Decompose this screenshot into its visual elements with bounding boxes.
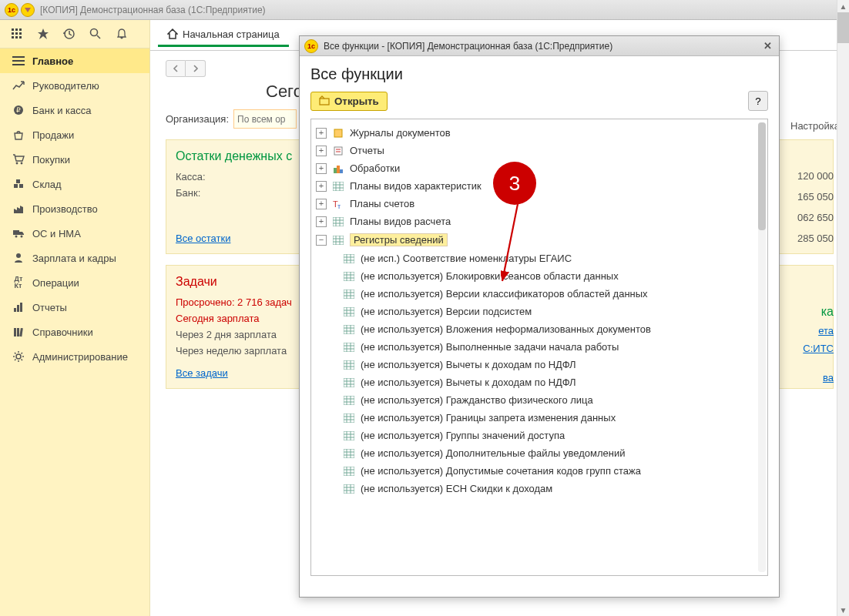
sidebar-item-label: Главное bbox=[32, 55, 73, 67]
tree-subitem[interactable]: (не используется) Версии подсистем bbox=[311, 303, 757, 320]
tree-subitem[interactable]: (не используется) Границы запрета измене… bbox=[311, 409, 757, 427]
svg-rect-111 bbox=[344, 413, 354, 423]
tree-subitem[interactable]: (не используется) Группы значений доступ… bbox=[311, 427, 757, 444]
dtk-icon: ДтКт bbox=[11, 276, 26, 289]
bars-icon bbox=[11, 301, 26, 313]
sidebar-item-bank[interactable]: ₽Банк и касса bbox=[0, 98, 149, 122]
collapse-icon[interactable]: − bbox=[316, 235, 327, 246]
expand-icon[interactable]: + bbox=[316, 146, 327, 156]
sidebar-item-sales[interactable]: Продажи bbox=[0, 122, 149, 147]
search-icon[interactable] bbox=[89, 28, 102, 40]
svg-rect-7 bbox=[15, 36, 18, 38]
settings-link[interactable]: Настройка bbox=[790, 120, 840, 132]
grid-icon bbox=[342, 289, 356, 300]
tree-item-label: (не используется) Гражданство физическог… bbox=[361, 394, 593, 406]
tree-subitem[interactable]: (не используется) Вычеты к доходам по НД… bbox=[311, 373, 757, 391]
expand-icon[interactable]: + bbox=[316, 181, 327, 192]
app-dropdown-icon[interactable] bbox=[21, 3, 35, 17]
tree-item[interactable]: +Планы видов расчета bbox=[311, 213, 757, 230]
dialog-1c-icon: 1c bbox=[304, 39, 318, 53]
function-tree: +Журналы документов+Отчеты+Обработки+Пла… bbox=[311, 124, 767, 497]
all-functions-dialog: 1c Все функции - [КОПИЯ] Демонстрационна… bbox=[299, 35, 780, 598]
svg-text:т: т bbox=[337, 203, 341, 209]
sidebar-item-operations[interactable]: ДтКтОперации bbox=[0, 270, 149, 295]
tree-subitem[interactable]: (не используется) Вложения неформализова… bbox=[311, 320, 757, 338]
svg-point-32 bbox=[16, 354, 21, 359]
tab-home[interactable]: Начальная страница bbox=[158, 24, 289, 47]
tree-item-registers[interactable]: −Регистры сведений bbox=[311, 230, 757, 249]
svg-rect-121 bbox=[344, 449, 354, 458]
tree-item[interactable]: +TтПланы счетов bbox=[311, 195, 757, 213]
figure-value: 165 050 bbox=[797, 191, 834, 203]
expand-icon[interactable]: + bbox=[316, 128, 327, 139]
sidebar-item-label: Продажи bbox=[32, 129, 74, 141]
tree-item[interactable]: +Журналы документов bbox=[311, 124, 757, 142]
scroll-down-icon[interactable]: ▼ bbox=[837, 604, 849, 616]
svg-rect-48 bbox=[340, 169, 343, 173]
scroll-up-icon[interactable]: ▲ bbox=[837, 0, 849, 12]
bell-icon[interactable] bbox=[116, 28, 128, 40]
expand-icon[interactable]: + bbox=[316, 216, 327, 227]
sidebar-item-main[interactable]: Главное bbox=[0, 49, 149, 73]
tree-item-label: Журналы документов bbox=[350, 127, 451, 139]
truck-icon bbox=[11, 227, 26, 239]
tree-subitem[interactable]: (не используется) Версии классификаторов… bbox=[311, 285, 757, 303]
all-balances-link[interactable]: Все остатки bbox=[176, 233, 230, 244]
svg-rect-20 bbox=[19, 184, 23, 188]
svg-rect-28 bbox=[20, 303, 22, 312]
tree-item-label: Обработки bbox=[350, 162, 400, 174]
tree-item-label: (не используется) Версии классификаторов… bbox=[361, 288, 648, 300]
menu-icon bbox=[11, 55, 26, 67]
sidebar-item-production[interactable]: Производство bbox=[0, 196, 149, 221]
tree-item-label: Планы видов характеристик bbox=[350, 180, 482, 192]
tree-item-icon bbox=[331, 163, 345, 174]
app-title: [КОПИЯ] Демонстрационная база (1С:Предпр… bbox=[40, 5, 266, 15]
expand-icon[interactable]: + bbox=[316, 199, 327, 209]
org-select[interactable] bbox=[233, 109, 297, 129]
tree-item-label: (не используется) Дополнительные файлы у… bbox=[361, 447, 625, 459]
nav-back-button[interactable] bbox=[166, 60, 186, 77]
tree-subitem[interactable]: (не используется) Дополнительные файлы у… bbox=[311, 444, 757, 462]
apps-icon[interactable] bbox=[11, 28, 23, 40]
tree-item-label: (не используется) Вложения неформализова… bbox=[361, 323, 651, 335]
misc-link[interactable]: С:ИТС bbox=[803, 343, 834, 354]
sidebar-item-admin[interactable]: Администрирование bbox=[0, 344, 149, 369]
svg-point-17 bbox=[16, 162, 18, 165]
help-button[interactable]: ? bbox=[748, 91, 768, 111]
expand-icon[interactable]: + bbox=[316, 163, 327, 174]
sidebar-item-label: Отчеты bbox=[32, 302, 67, 313]
outer-scrollbar[interactable]: ▲ ▼ bbox=[837, 0, 849, 616]
close-icon[interactable]: ✕ bbox=[760, 39, 774, 53]
sidebar-item-label: Справочники bbox=[32, 326, 93, 338]
sidebar-item-reports[interactable]: Отчеты bbox=[0, 295, 149, 320]
tree-subitem[interactable]: (не используется) Вычеты к доходам по НД… bbox=[311, 356, 757, 373]
nav-fwd-button[interactable] bbox=[186, 60, 206, 77]
sidebar-item-purchases[interactable]: Покупки bbox=[0, 147, 149, 172]
star-icon[interactable] bbox=[37, 28, 49, 40]
tree-item-icon bbox=[331, 128, 345, 139]
sidebar-item-warehouse[interactable]: Склад bbox=[0, 172, 149, 196]
svg-text:₽: ₽ bbox=[16, 106, 21, 114]
misc-link[interactable]: ва bbox=[823, 372, 834, 383]
open-button[interactable]: Открыть bbox=[310, 92, 388, 111]
sidebar-item-assets[interactable]: ОС и НМА bbox=[0, 221, 149, 246]
svg-rect-91 bbox=[344, 343, 354, 352]
tree-subitem[interactable]: (не используется) ЕСН Скидки к доходам bbox=[311, 480, 757, 497]
svg-rect-29 bbox=[14, 328, 16, 336]
tree-scrollbar[interactable] bbox=[758, 122, 766, 572]
tree-subitem[interactable]: (не исп.) Соответствие номенклатуры ЕГАИ… bbox=[311, 249, 757, 267]
sidebar-item-salary[interactable]: Зарплата и кадры bbox=[0, 246, 149, 270]
sidebar-item-directories[interactable]: Справочники bbox=[0, 320, 149, 344]
misc-link[interactable]: ета bbox=[818, 325, 834, 336]
tree-subitem[interactable]: (не используется) Допустимые сочетания к… bbox=[311, 462, 757, 480]
sidebar-item-manager[interactable]: Руководителю bbox=[0, 73, 149, 98]
tree-subitem[interactable]: (не используется) Выполненные задачи нач… bbox=[311, 338, 757, 356]
tree-item-label: (не используется) Допустимые сочетания к… bbox=[361, 465, 641, 477]
all-tasks-link[interactable]: Все задачи bbox=[176, 367, 228, 379]
svg-rect-8 bbox=[19, 36, 22, 38]
tree-subitem[interactable]: (не используется) Гражданство физическог… bbox=[311, 391, 757, 409]
tree-subitem[interactable]: (не используется) Блокировки сеансов обл… bbox=[311, 267, 757, 285]
history-icon[interactable] bbox=[63, 28, 76, 40]
tree-item[interactable]: +Отчеты bbox=[311, 142, 757, 159]
svg-rect-0 bbox=[12, 28, 14, 31]
